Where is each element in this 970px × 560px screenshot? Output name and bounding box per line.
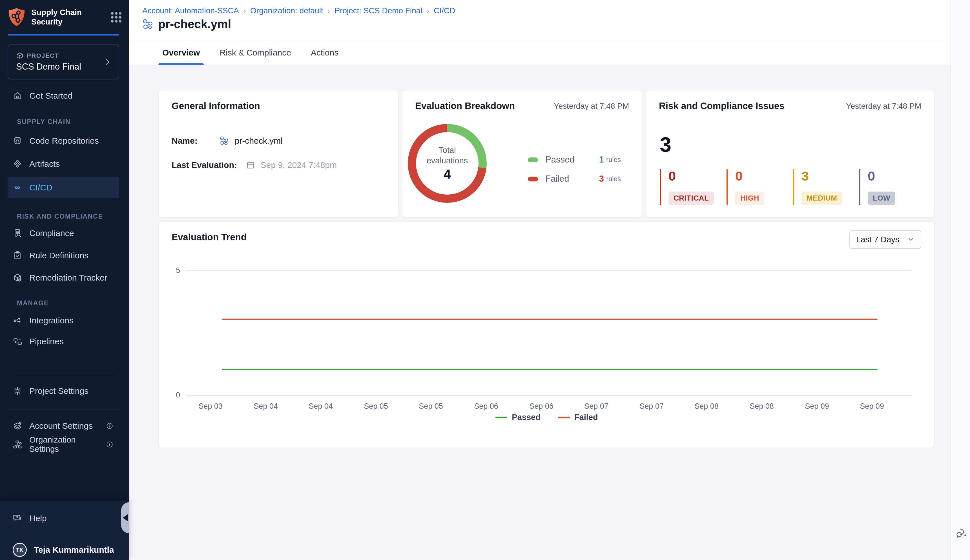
- sidebar-item-label: Get Started: [29, 91, 72, 100]
- breadcrumb-organization[interactable]: Organization: default: [250, 6, 323, 15]
- right-utility-strip: [950, 0, 970, 560]
- sidebar: Supply Chain Security PROJECT SCS Demo F…: [0, 0, 129, 560]
- breadcrumb-separator: ›: [327, 7, 330, 15]
- page-header: Account: Automation-SSCA › Organization:…: [129, 0, 950, 40]
- sidebar-item-help[interactable]: Help: [0, 508, 129, 529]
- risk-compliance-issues-card: Risk and Compliance Issues Yesterday at …: [646, 90, 934, 217]
- date-range-select[interactable]: Last 7 Days: [850, 230, 921, 249]
- passed-series-line: [222, 369, 878, 370]
- project-selector[interactable]: PROJECT SCS Demo Final: [8, 45, 119, 80]
- tab-actions[interactable]: Actions: [309, 40, 340, 65]
- collapse-arrow-icon: [123, 514, 128, 522]
- gridline-top: [186, 270, 912, 271]
- compliance-doc-icon: [13, 228, 22, 238]
- x-tick: Sep 05: [356, 402, 396, 411]
- user-menu[interactable]: TK Teja Kummarikuntla: [0, 539, 129, 560]
- info-icon[interactable]: [106, 440, 114, 448]
- sidebar-item-code-repositories[interactable]: Code Repositories: [0, 130, 129, 152]
- sidebar-item-label: Integrations: [29, 316, 73, 325]
- chat-support-icon[interactable]: [955, 527, 967, 538]
- code-repo-icon: [13, 136, 22, 146]
- section-header-risk-and-compliance: RISK AND COMPLIANCE: [17, 211, 103, 222]
- cube-icon: [16, 52, 23, 60]
- project-label: PROJECT: [27, 52, 59, 60]
- failed-series-line: [222, 318, 878, 320]
- breadcrumb-project[interactable]: Project: SCS Demo Final: [334, 6, 422, 15]
- help-chat-icon: [13, 513, 22, 523]
- x-tick: Sep 08: [742, 402, 781, 411]
- app-window: Supply Chain Security PROJECT SCS Demo F…: [0, 0, 970, 560]
- low-badge: LOW: [868, 192, 895, 205]
- info-icon[interactable]: [106, 422, 114, 430]
- low-count: 0: [868, 169, 895, 183]
- sidebar-collapse-button[interactable]: [121, 502, 129, 533]
- sidebar-item-get-started[interactable]: Get Started: [0, 85, 129, 107]
- sidebar-item-label: CI/CD: [29, 183, 52, 192]
- sidebar-item-compliance[interactable]: Compliance: [0, 223, 129, 244]
- breadcrumb-separator: ›: [243, 7, 246, 15]
- severity-medium: 3 MEDIUM: [793, 169, 842, 205]
- x-tick: Sep 03: [191, 402, 230, 411]
- passed-legend-swatch: [528, 157, 538, 162]
- tab-risk-compliance[interactable]: Risk & Compliance: [218, 40, 292, 65]
- legend-label: Failed: [574, 413, 598, 422]
- failed-legend-swatch: [558, 417, 570, 418]
- breadcrumb-cicd[interactable]: CI/CD: [434, 6, 455, 15]
- name-value: pr-check.yml: [235, 136, 283, 146]
- chevron-down-icon: [907, 236, 915, 243]
- legend-item-failed: Failed 3 rules: [528, 174, 621, 184]
- x-tick: Sep 05: [411, 402, 451, 411]
- sidebar-item-cicd[interactable]: CI/CD: [8, 177, 119, 198]
- app-switcher-icon[interactable]: [111, 12, 122, 23]
- sidebar-item-remediation-tracker[interactable]: Remediation Tracker: [0, 267, 129, 288]
- x-tick: Sep 09: [852, 402, 892, 411]
- workflow-icon: [220, 136, 229, 146]
- section-header-manage: MANAGE: [17, 297, 49, 309]
- trend-legend: Passed Failed: [159, 413, 935, 422]
- legend-label: Passed: [512, 413, 541, 422]
- sidebar-item-label: Organization Settings: [29, 435, 99, 454]
- gear-icon: [13, 386, 22, 396]
- x-tick: Sep 07: [577, 402, 616, 411]
- x-tick: Sep 04: [246, 402, 285, 411]
- layers-gear-icon: [13, 421, 22, 431]
- tab-overview[interactable]: Overview: [160, 40, 202, 65]
- breadcrumb-separator: ›: [427, 7, 429, 15]
- sidebar-item-artifacts[interactable]: Artifacts: [0, 153, 129, 175]
- total-issues-value: 3: [660, 133, 671, 157]
- breadcrumb: Account: Automation-SSCA › Organization:…: [142, 6, 455, 15]
- sidebar-item-rule-definitions[interactable]: Rule Definitions: [0, 245, 129, 266]
- evaluation-breakdown-card: Evaluation Breakdown Yesterday at 7:48 P…: [402, 90, 642, 217]
- high-count: 0: [735, 169, 764, 183]
- critical-badge: CRITICAL: [668, 192, 714, 205]
- evaluations-donut-chart: Total evaluations 4: [408, 124, 487, 203]
- sidebar-item-pipelines[interactable]: Pipelines: [0, 331, 129, 352]
- card-timestamp: Yesterday at 7:48 PM: [554, 102, 629, 111]
- evaluation-trend-card: Evaluation Trend Last 7 Days 5 0 Sep 03 …: [159, 222, 934, 448]
- legend-label: Passed: [545, 155, 574, 165]
- avatar: TK: [13, 543, 27, 557]
- sidebar-divider: [8, 410, 119, 410]
- org-gear-icon: [13, 440, 22, 449]
- card-timestamp: Yesterday at 7:48 PM: [846, 102, 921, 111]
- x-tick: Sep 09: [797, 402, 837, 411]
- sidebar-item-project-settings[interactable]: Project Settings: [0, 380, 129, 402]
- donut-center-label: evaluations: [427, 155, 468, 166]
- x-tick: Sep 06: [522, 402, 561, 411]
- breadcrumb-account[interactable]: Account: Automation-SSCA: [142, 6, 239, 15]
- sidebar-item-account-settings[interactable]: Account Settings: [0, 415, 129, 437]
- passed-legend-swatch: [496, 417, 507, 418]
- sidebar-item-label: Remediation Tracker: [29, 273, 107, 283]
- clipboard-check-icon: [13, 251, 22, 260]
- chevron-right-icon: [105, 59, 111, 65]
- x-tick: Sep 08: [687, 402, 726, 411]
- sidebar-item-integrations[interactable]: Integrations: [0, 310, 129, 331]
- passed-rules-count: 1: [599, 155, 604, 165]
- donut-center-label: Total: [427, 145, 468, 155]
- sidebar-divider: [8, 375, 119, 375]
- card-title: General Information: [172, 100, 260, 111]
- sidebar-item-label: Compliance: [29, 228, 74, 238]
- sidebar-accent-divider: [8, 34, 119, 35]
- x-tick: Sep 04: [301, 402, 341, 411]
- sidebar-item-organization-settings[interactable]: Organization Settings: [0, 434, 129, 455]
